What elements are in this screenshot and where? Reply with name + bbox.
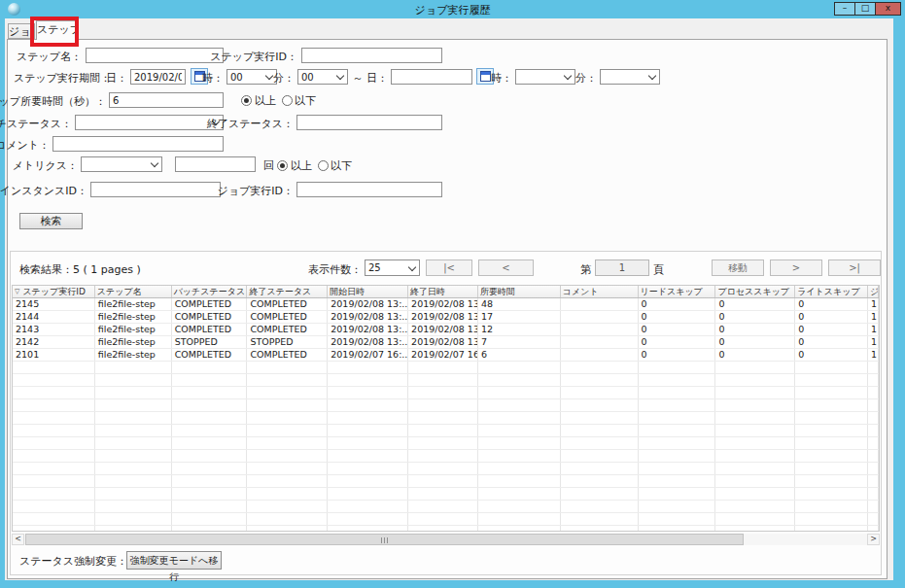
table-cell [247,526,328,532]
table-cell [561,513,639,525]
column-header[interactable]: バッチステータス [172,286,248,297]
table-body: 2145file2file-stepCOMPLETEDCOMPLETED2019… [13,298,879,532]
table-cell [95,412,172,424]
table-cell: file2file-step [95,349,172,361]
table-row[interactable]: 2145file2file-stepCOMPLETEDCOMPLETED2019… [13,298,879,311]
table-cell [408,501,478,512]
close-button[interactable]: x [875,2,901,16]
scrollbar-track[interactable] [24,534,867,545]
column-header[interactable]: 終了日時 [408,286,478,297]
scrollbar-thumb[interactable] [25,534,744,545]
table-cell [247,412,328,424]
table-cell [868,475,879,487]
last-page-button[interactable]: >| [828,259,881,276]
table-cell [561,463,639,474]
column-header[interactable]: ステップ名 [95,286,172,297]
metrics-select[interactable] [81,156,162,172]
window-title: ジョブ実行履歴 [0,3,905,17]
column-header[interactable]: 終了ステータス [247,286,328,297]
step-exec-id-input[interactable] [301,48,442,63]
next-page-button[interactable]: > [770,259,822,276]
table-cell: 0 [639,298,716,310]
table-cell [95,526,172,532]
horizontal-scrollbar[interactable] [12,534,880,545]
table-cell [868,362,879,373]
table-row[interactable]: 2142file2file-stepSTOPPEDSTOPPED2019/02/… [13,336,879,349]
table-cell [13,362,95,373]
table-cell: STOPPED [172,336,248,348]
table-cell: 0 [715,311,795,323]
table-cell [715,362,795,373]
column-header[interactable]: ジ [868,286,879,297]
table-cell [328,425,408,436]
duration-gte-radio[interactable] [241,95,252,106]
column-header[interactable]: リードスキップ [639,286,716,297]
to-hour-select[interactable] [515,69,575,85]
table-cell [715,425,795,436]
table-cell [13,463,95,474]
search-button[interactable]: 検索 [19,213,83,229]
exit-status-input[interactable] [296,115,442,130]
table-cell [408,488,478,500]
metrics-gte-radio[interactable] [277,160,288,171]
maximize-button[interactable]: □ [854,2,876,16]
table-cell [639,513,716,525]
column-header[interactable]: コメント [561,286,639,297]
minimize-button[interactable]: – [834,2,855,16]
from-date-input[interactable] [130,69,186,85]
to-date-input[interactable] [391,69,472,85]
table-cell [715,387,795,398]
table-cell [868,501,879,512]
column-header[interactable]: ライトスキップ [795,286,868,297]
application-window: ジョブ実行履歴 – □ x ジョブ ステップ ステップ名： ステップ実行ID： … [0,0,905,588]
table-cell [328,374,408,386]
comment-input[interactable] [52,136,224,152]
scroll-left-button[interactable] [12,534,24,545]
duration-lte-radio[interactable] [282,95,293,106]
table-row[interactable]: 2101file2file-stepCOMPLETEDCOMPLETED2019… [13,349,879,362]
column-header[interactable]: 所要時間 [478,286,561,297]
scroll-right-button[interactable] [867,534,880,545]
table-cell [172,374,248,386]
prev-page-button[interactable]: < [478,259,534,276]
table-cell [795,450,868,462]
table-cell: 2019/02/08 13:... [328,324,408,335]
column-header[interactable]: 開始日時 [328,286,408,297]
column-header-label: リードスキップ [641,286,703,297]
title-bar[interactable]: ジョブ実行履歴 – □ x [0,0,905,18]
metrics-lte-radio[interactable] [318,160,329,171]
duration-input[interactable] [109,92,224,108]
column-header[interactable]: ▽ステップ実行ID [13,286,95,297]
step-name-input[interactable] [86,48,224,63]
first-page-button[interactable]: |< [426,259,472,276]
page-number-input[interactable] [595,259,649,276]
to-minute-select[interactable] [600,69,660,85]
batch-status-select[interactable] [75,115,224,130]
table-cell [478,501,561,512]
job-exec-id-input[interactable] [296,182,442,197]
table-row[interactable]: 2143file2file-stepCOMPLETEDCOMPLETED2019… [13,324,879,336]
force-change-button[interactable]: 強制変更モードへ移行 [126,551,222,570]
from-minute-select[interactable]: 00 [297,69,348,85]
from-hour-select[interactable]: 00 [226,69,277,85]
table-cell [13,387,95,398]
metrics-unit-label: 回 [263,159,274,172]
go-page-button[interactable]: 移動 [712,259,764,276]
table-row[interactable]: 2144file2file-stepCOMPLETEDCOMPLETED2019… [13,311,879,324]
table-cell [328,399,408,411]
table-cell [95,399,172,411]
job-instance-id-input[interactable] [90,182,221,197]
table-cell [868,437,879,449]
table-cell [172,387,248,398]
table-cell [639,387,716,398]
table-cell [795,463,868,474]
page-size-value: 25 [368,262,381,273]
column-header[interactable]: プロセススキップ [715,286,795,297]
table-cell [478,513,561,525]
table-cell [408,450,478,462]
table-cell [328,362,408,373]
table-cell: 6 [478,349,561,361]
page-size-select[interactable]: 25 [365,259,420,276]
metrics-count-input[interactable] [175,156,256,172]
table-cell: COMPLETED [247,311,328,323]
